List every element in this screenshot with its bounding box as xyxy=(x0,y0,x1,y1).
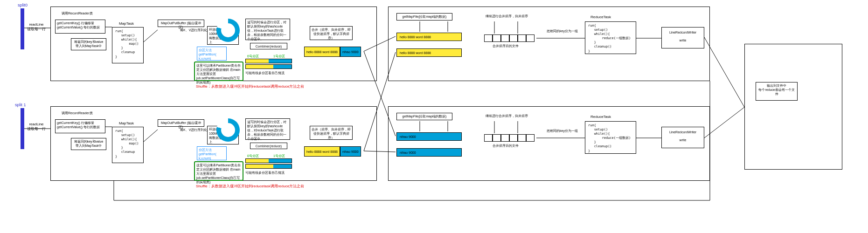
svg-line-7 xyxy=(704,107,744,138)
rr-l1: getCurrentKey() 行偏移量 xyxy=(57,21,104,25)
maptask-title-1: MapTask xyxy=(119,121,134,125)
output-area xyxy=(744,44,842,170)
write-top: write xyxy=(663,38,702,42)
split0-bar xyxy=(21,8,24,49)
serialize-0: 将K、V进行序列化 xyxy=(180,28,207,32)
p1-label-0: 1号分区 xyxy=(273,54,285,58)
merge-note-top: 继续进行合并排序，归并排序 xyxy=(484,13,545,20)
ring-buffer-icon-0 xyxy=(216,19,240,42)
split1-label: split 1 xyxy=(15,103,26,107)
maptask-code-0: run{ setup() while(){ map() } cleanup } xyxy=(112,27,144,63)
multipart-0: 可能有很多分区看自己情况 xyxy=(245,71,285,75)
reducetask-code-top: run{ setup() while(){ reduce(一组数据) } cle… xyxy=(585,21,636,54)
readline-0: readLine 读取每一行 xyxy=(27,22,46,32)
group-top: 把相同的key分为一组 xyxy=(547,29,578,33)
reducetask-code-bottom: run{ setup() while(){ reduce(一组数据) } cle… xyxy=(585,121,636,154)
rr-l2b: getCurrentValue() 每行的数据 xyxy=(57,125,104,129)
partitioner-note-0: 这里可以继承Partitioner类去自定义分区解决数据倾斜 在main方法里面… xyxy=(194,62,243,81)
maptask-code-1: run{ setup() while(){ map() } cleanup } xyxy=(112,127,144,163)
ring-buffer-icon-1 xyxy=(216,118,240,142)
rr-l2: getCurrentValue() 每行的数据 xyxy=(57,25,104,29)
buffer-title-1: MapOutPutBuffer (输出缓冲区) xyxy=(158,119,204,127)
merged-file-top: 合并排序后的文件 xyxy=(493,44,519,48)
recordreader-box-1: getCurrentKey() 行偏移量 getCurrentValue() 每… xyxy=(55,119,105,133)
mr-b0: hello 8888 word 8888 xyxy=(304,146,340,157)
rbot-row1: nihao 9000 xyxy=(396,148,462,157)
mergesort-0: 合并（排序、归并排序，即使快速排序，默认字典排序） xyxy=(310,26,353,40)
recordreader-title-1: 调用RecordReader类 xyxy=(62,111,93,115)
out-l2: 每个reduce都会有一个文件 xyxy=(757,88,796,96)
partition-desc-1: 溢写的时候会进行分区，对默认按照key的hashcode值，对reduceTas… xyxy=(245,118,290,140)
out-l1: 输出到文件中 xyxy=(757,83,796,88)
rr-l1b: getCurrentKey() 行偏移量 xyxy=(57,121,104,125)
recordreader-note-0: 将返回的key和value带入到MapTask中 xyxy=(71,38,106,50)
writer-name-top: LineRedcordWriter xyxy=(663,30,702,34)
getmap-top: getMapFile(拉取map端的数据) xyxy=(396,13,452,21)
group-bottom: 把相同的key分为一组 xyxy=(547,129,578,133)
output-note: 输出到文件中 每个reduce都会有一个文件 xyxy=(756,82,798,101)
readline-l2b: 读取每一行 xyxy=(27,127,46,131)
p1-label-1: 1号分区 xyxy=(273,154,285,158)
serialize-1: 将K、V进行序列化 xyxy=(180,128,207,132)
merge-note-bottom: 继续进行合并排序，归并排序 xyxy=(484,113,545,119)
readline-l2: 读取每一行 xyxy=(27,27,46,32)
split0-label: split0 xyxy=(18,3,28,7)
partition-desc-0: 溢写的时候会进行分区，对默认按照key的hashcode值，对reduceTas… xyxy=(245,19,290,40)
recordreader-title-0: 调用RecordReader类 xyxy=(62,11,93,15)
p0-label-1: 0号分区 xyxy=(247,154,259,158)
readline-l1b: readLine xyxy=(27,122,46,127)
writer-name-bottom: LineRedcordWriter xyxy=(663,130,702,134)
mr-a0: hello 8888 word 8888 xyxy=(304,47,340,57)
getmap-bottom: getMapFile(拉取map端的数据) xyxy=(396,113,452,120)
partition-call-1: 分区方法 getPartition( k,v,num) xyxy=(197,146,227,160)
rtop-row0: hello 8888 word 8888 xyxy=(396,33,462,41)
shuffle-note-0: Shuffle：从数据进入缓冲区开始到reducetask调用reduce方法之… xyxy=(196,84,304,89)
maptask-title-0: MapTask xyxy=(119,21,134,26)
recordreader-box-0: getCurrentKey() 行偏移量 getCurrentValue() 每… xyxy=(55,20,105,34)
write-bottom: write xyxy=(663,138,702,142)
p0-label-0: 0号分区 xyxy=(247,54,259,58)
writer-top: LineRedcordWriter write xyxy=(661,27,704,48)
readline-l1: readLine xyxy=(27,22,46,27)
buffer-title-0: MapOutPutBuffer (输出缓冲区) xyxy=(158,20,204,27)
reducetask-title-top: ReduceTask xyxy=(590,15,611,19)
reducetask-title-bottom: ReduceTask xyxy=(590,115,611,119)
mergesort-1: 合并（排序、归并排序，即使快速排序，默认字典排序） xyxy=(310,126,353,140)
combiner-0: Combiner(reduce) xyxy=(250,43,287,49)
svg-line-6 xyxy=(704,37,744,107)
recordreader-note-1: 将返回的key和value带入到MapTask中 xyxy=(71,138,106,150)
mr-a1: nihao 9000 xyxy=(340,47,361,57)
partitioner-note-1: 这里可以继承Partitioner类去自定义分区解决数据倾斜 在main方法里面… xyxy=(194,161,243,181)
partition-call-0: 分区方法 getPartition( k,v,num) xyxy=(197,47,227,61)
rbot-row0: nihao 9000 xyxy=(396,132,462,141)
split1-bar xyxy=(21,108,24,149)
readline-1: readLine 读取每一行 xyxy=(27,122,46,132)
mr-b1: nihao 9000 xyxy=(340,146,361,157)
shuffle-note-1: Shuffle：从数据进入缓冲区开始到reducetask调用reduce方法之… xyxy=(196,184,304,189)
combiner-1: Combiner(reduce) xyxy=(250,143,287,149)
multipart-1: 可能有很多分区看自己情况 xyxy=(245,171,285,175)
merged-file-bottom: 合并排序后的文件 xyxy=(493,144,519,148)
rtop-row1: hello 8888 word 8888 xyxy=(396,48,462,57)
writer-bottom: LineRedcordWriter write xyxy=(661,127,704,148)
